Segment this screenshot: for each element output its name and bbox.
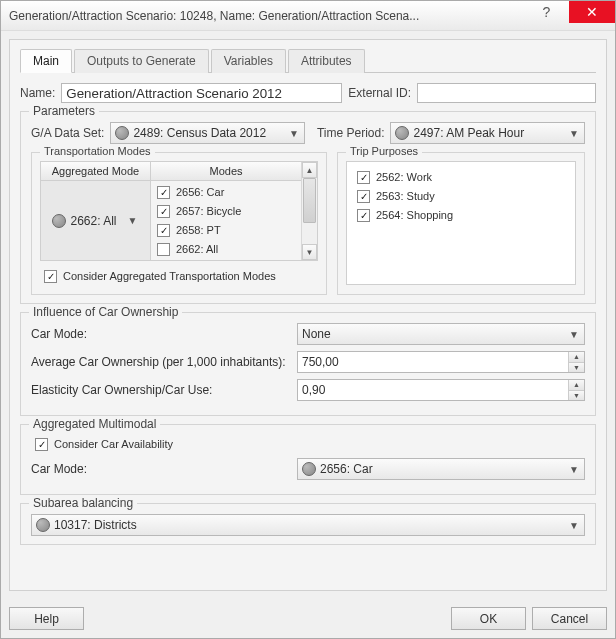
consider-availability-label: Consider Car Availability <box>54 437 173 452</box>
elasticity-stepper[interactable]: ▲▼ <box>297 379 585 401</box>
chevron-down-icon: ▼ <box>127 215 139 226</box>
agg-car-mode-value: 2656: Car <box>320 462 564 476</box>
step-up-icon[interactable]: ▲ <box>568 380 584 391</box>
checkbox-icon[interactable] <box>357 190 370 203</box>
mode-icon <box>302 462 316 476</box>
checkbox-icon[interactable] <box>157 205 170 218</box>
consider-aggregated-checkbox[interactable]: Consider Aggregated Transportation Modes <box>40 267 318 286</box>
name-label: Name: <box>20 86 55 100</box>
influence-legend: Influence of Car Ownership <box>29 305 182 319</box>
titlebar: Generation/Attraction Scenario: 10248, N… <box>1 1 615 31</box>
checkbox-icon[interactable] <box>44 270 57 283</box>
external-id-input[interactable] <box>417 83 596 103</box>
dataset-icon <box>115 126 129 140</box>
scroll-down-icon[interactable]: ▼ <box>302 244 317 260</box>
agg-car-mode-label: Car Mode: <box>31 462 291 476</box>
trip-purposes-group: Trip Purposes 2562: Work 2563: Study 256… <box>337 152 585 295</box>
mode-icon <box>52 214 66 228</box>
aggregated-multimodal-legend: Aggregated Multimodal <box>29 417 160 431</box>
car-mode-label: Car Mode: <box>31 327 291 341</box>
consider-availability-checkbox[interactable]: Consider Car Availability <box>31 435 585 454</box>
checkbox-icon[interactable] <box>157 224 170 237</box>
elasticity-input[interactable] <box>298 380 568 400</box>
agg-car-mode-dropdown[interactable]: 2656: Car ▼ <box>297 458 585 480</box>
clock-icon <box>395 126 409 140</box>
time-period-value: 2497: AM Peak Hour <box>413 126 564 140</box>
trip-purposes-legend: Trip Purposes <box>346 145 422 157</box>
avg-ownership-label: Average Car Ownership (per 1,000 inhabit… <box>31 355 291 369</box>
subarea-legend: Subarea balancing <box>29 496 137 510</box>
avg-ownership-stepper[interactable]: ▲▼ <box>297 351 585 373</box>
checkbox-icon[interactable] <box>157 186 170 199</box>
chevron-down-icon: ▼ <box>568 128 580 139</box>
influence-group: Influence of Car Ownership Car Mode: Non… <box>20 312 596 416</box>
subarea-group: Subarea balancing 10317: Districts ▼ <box>20 503 596 545</box>
main-panel: Main Outputs to Generate Variables Attri… <box>9 39 607 591</box>
external-id-label: External ID: <box>348 86 411 100</box>
name-row: Name: External ID: <box>20 83 596 103</box>
car-mode-dropdown[interactable]: None ▼ <box>297 323 585 345</box>
step-down-icon[interactable]: ▼ <box>568 391 584 401</box>
mode-item[interactable]: 2656: Car <box>153 183 299 202</box>
name-input[interactable] <box>61 83 342 103</box>
aggregated-mode-header: Aggregated Mode <box>41 162 151 181</box>
trip-purpose-item[interactable]: 2562: Work <box>353 168 569 187</box>
avg-ownership-input[interactable] <box>298 352 568 372</box>
help-button[interactable]: Help <box>9 607 84 630</box>
scrollbar[interactable]: ▲ ▼ <box>301 162 317 260</box>
checkbox-icon[interactable] <box>357 209 370 222</box>
tab-attributes[interactable]: Attributes <box>288 49 365 73</box>
dialog-window: Generation/Attraction Scenario: 10248, N… <box>0 0 616 639</box>
transportation-modes-legend: Transportation Modes <box>40 145 155 157</box>
checkbox-icon[interactable] <box>35 438 48 451</box>
elasticity-label: Elasticity Car Ownership/Car Use: <box>31 383 291 397</box>
time-period-dropdown[interactable]: 2497: AM Peak Hour ▼ <box>390 122 585 144</box>
aggregated-mode-value: 2662: All <box>70 214 116 228</box>
ok-button[interactable]: OK <box>451 607 526 630</box>
help-icon[interactable]: ? <box>524 1 569 23</box>
parameters-group: Parameters G/A Data Set: 2489: Census Da… <box>20 111 596 304</box>
transportation-modes-group: Transportation Modes Aggregated Mode 266… <box>31 152 327 295</box>
step-down-icon[interactable]: ▼ <box>568 363 584 373</box>
region-icon <box>36 518 50 532</box>
ga-dataset-value: 2489: Census Data 2012 <box>133 126 284 140</box>
car-mode-value: None <box>302 327 564 341</box>
tab-variables[interactable]: Variables <box>211 49 286 73</box>
chevron-down-icon: ▼ <box>568 520 580 531</box>
close-icon[interactable]: ✕ <box>569 1 615 23</box>
step-up-icon[interactable]: ▲ <box>568 352 584 363</box>
aggregated-multimodal-group: Aggregated Multimodal Consider Car Avail… <box>20 424 596 495</box>
trip-purpose-item[interactable]: 2563: Study <box>353 187 569 206</box>
aggregated-mode-cell[interactable]: 2662: All ▼ <box>41 181 151 260</box>
window-title: Generation/Attraction Scenario: 10248, N… <box>9 9 524 23</box>
checkbox-icon[interactable] <box>157 243 170 256</box>
subarea-dropdown[interactable]: 10317: Districts ▼ <box>31 514 585 536</box>
mode-item[interactable]: 2657: Bicycle <box>153 202 299 221</box>
tab-outputs[interactable]: Outputs to Generate <box>74 49 209 73</box>
tab-bar: Main Outputs to Generate Variables Attri… <box>20 48 596 73</box>
consider-aggregated-label: Consider Aggregated Transportation Modes <box>63 269 276 284</box>
parameters-legend: Parameters <box>29 104 99 118</box>
cancel-button[interactable]: Cancel <box>532 607 607 630</box>
tab-main[interactable]: Main <box>20 49 72 73</box>
ga-dataset-dropdown[interactable]: 2489: Census Data 2012 ▼ <box>110 122 305 144</box>
subarea-value: 10317: Districts <box>54 518 564 532</box>
mode-item[interactable]: 2662: All <box>153 240 299 259</box>
dialog-content: Main Outputs to Generate Variables Attri… <box>1 31 615 599</box>
scroll-thumb[interactable] <box>303 178 316 223</box>
modes-header: Modes <box>151 162 301 181</box>
checkbox-icon[interactable] <box>357 171 370 184</box>
mode-item[interactable]: 2658: PT <box>153 221 299 240</box>
chevron-down-icon: ▼ <box>288 128 300 139</box>
scroll-up-icon[interactable]: ▲ <box>302 162 317 178</box>
trip-purposes-list: 2562: Work 2563: Study 2564: Shopping <box>346 161 576 285</box>
trip-purpose-item[interactable]: 2564: Shopping <box>353 206 569 225</box>
ga-dataset-label: G/A Data Set: <box>31 126 104 140</box>
chevron-down-icon: ▼ <box>568 464 580 475</box>
time-period-label: Time Period: <box>317 126 385 140</box>
chevron-down-icon: ▼ <box>568 329 580 340</box>
modes-table: Aggregated Mode 2662: All ▼ Modes <box>40 161 318 261</box>
button-bar: Help OK Cancel <box>1 599 615 638</box>
